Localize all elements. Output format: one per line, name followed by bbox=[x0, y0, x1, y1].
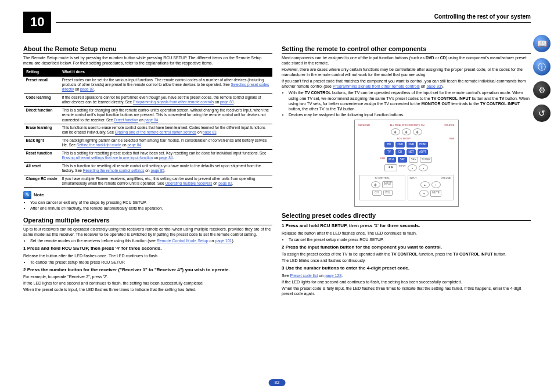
note-item: After one minute of inactivity, the remo… bbox=[30, 206, 272, 211]
lbl-usb: USB bbox=[380, 157, 385, 163]
cell-desc: The backlight lighting pattern can be se… bbox=[60, 136, 272, 149]
header-bar: 10 Controlling the rest of your system bbox=[23, 12, 531, 33]
table-row: Back lightThe backlight lighting pattern… bbox=[24, 136, 272, 149]
link-preset-code-list[interactable]: Preset code list bbox=[290, 274, 318, 278]
table-row: Erase learningThis function is used to e… bbox=[24, 124, 272, 137]
link-xref[interactable]: Direct function bbox=[114, 118, 138, 122]
remote-btn-cd: CD bbox=[395, 149, 405, 155]
lbl-receiver: RECEIVER bbox=[358, 124, 370, 127]
link-xref[interactable]: Resetting the remote control settings bbox=[83, 168, 145, 172]
step-2: 2 Press the number button for the receiv… bbox=[23, 267, 272, 273]
remote-btn-dvd: DVD bbox=[395, 142, 405, 148]
table-row: Change RC modeIf you have multiple Pione… bbox=[24, 175, 272, 188]
btn-input-dn: ▼ bbox=[419, 190, 429, 197]
page-number: 82 bbox=[269, 379, 286, 386]
s-p4: If the LED lights for one second and con… bbox=[282, 279, 531, 285]
table-row: Preset recallPreset codes can be set for… bbox=[24, 76, 272, 93]
btn-status: ● bbox=[408, 164, 417, 171]
step-2-body2: If the LED lights for one second and con… bbox=[23, 280, 272, 286]
side-icon-strip: 📖 ⓘ ⚙ ↺ bbox=[533, 35, 551, 122]
lbl-bdr: BDR bbox=[449, 137, 454, 140]
remote-btn-adpt: ADPT bbox=[418, 149, 428, 155]
cell-desc: If you have multiple Pioneer receivers, … bbox=[60, 175, 272, 188]
note-list: You can cancel or exit any of the steps … bbox=[23, 200, 272, 211]
link-page[interactable]: page 83 bbox=[220, 100, 234, 104]
note-item: You can cancel or exit any of the steps … bbox=[30, 200, 272, 205]
chapter-number: 10 bbox=[23, 12, 51, 33]
gear-icon[interactable]: ⚙ bbox=[533, 81, 551, 99]
table-row: All resetThis is a function for resettin… bbox=[24, 162, 272, 175]
link-page[interactable]: page 82 bbox=[80, 87, 94, 91]
remote-btn-bd: BD bbox=[384, 142, 394, 148]
info-icon[interactable]: ⓘ bbox=[533, 58, 551, 75]
btn-input-up: ▲ bbox=[420, 181, 430, 188]
settings-table: Setting What it does Preset recallPreset… bbox=[23, 68, 272, 188]
btn-ipod: iPod bbox=[387, 157, 396, 163]
cell-desc: If the desired operations cannot be perf… bbox=[60, 93, 272, 106]
refresh-icon[interactable]: ↺ bbox=[533, 105, 551, 122]
s-step1: 1 Press and hold RCU SETUP, then press '… bbox=[282, 223, 531, 229]
cell-desc: This is a setting for resetting preset c… bbox=[60, 149, 272, 162]
s-step2: 2 Press the input function button for th… bbox=[282, 244, 531, 250]
box-volume: INPUTVOLUME ▲+ ▼MUTE bbox=[408, 175, 454, 200]
link-xref[interactable]: Erasing one of the remote control button… bbox=[115, 130, 196, 134]
cell-setting: Back light bbox=[24, 136, 60, 149]
link-page[interactable]: page 82 bbox=[218, 181, 232, 185]
link-page[interactable]: page 84 bbox=[159, 156, 173, 160]
list-item: Set the remote modes on the receivers be… bbox=[30, 238, 272, 243]
link-page[interactable]: page 84 bbox=[145, 118, 159, 122]
column-left: About the Remote Setup menu The Remote S… bbox=[23, 40, 272, 298]
btn-vol: VOL bbox=[383, 190, 393, 196]
link-xref[interactable]: Setting the backlight mode bbox=[77, 143, 121, 147]
link-xref[interactable]: Programming signals from other remote co… bbox=[133, 100, 214, 104]
s-step3: 3 Use the number buttons to enter the 4-… bbox=[282, 265, 531, 271]
btn-srplus: SR+ bbox=[409, 157, 418, 163]
para-r2: However, there are cases where only cert… bbox=[282, 67, 531, 77]
link-page[interactable]: page 84 bbox=[127, 143, 141, 147]
remote-btn-dvr: DVR bbox=[406, 142, 416, 148]
lbl-source: SOURCE bbox=[444, 124, 454, 127]
remote-btn-hdmi: HDMI bbox=[418, 142, 428, 148]
remote-btn-net: NET bbox=[406, 149, 416, 155]
btn-remote-setup: ● bbox=[419, 164, 428, 171]
note-icon: ✎ bbox=[23, 191, 31, 199]
para-r1: Most components can be assigned to one o… bbox=[282, 55, 531, 66]
list-item: To cancel the preset setup mode press RC… bbox=[30, 260, 272, 265]
link-page-128[interactable]: page 128 bbox=[325, 274, 341, 278]
lbl-allzone: ALL ZONE STBY DISCRETE ON bbox=[390, 124, 425, 127]
multi-bullets: Set the remote modes on the receivers be… bbox=[23, 238, 272, 243]
heading-about: About the Remote Setup menu bbox=[23, 45, 272, 54]
link-page[interactable]: page 85 bbox=[150, 168, 164, 172]
link-programming-signals[interactable]: Programming signals from other remote co… bbox=[333, 84, 420, 88]
cell-setting: Erase learning bbox=[24, 124, 60, 137]
header-rule: Controlling the rest of your system bbox=[56, 22, 531, 23]
list-item: With the TV CONTROL buttons, the TV can … bbox=[289, 90, 531, 111]
cell-setting: Change RC mode bbox=[24, 175, 60, 188]
para-r3: If you can't find a preset code that mat… bbox=[282, 78, 531, 89]
column-right: Setting the remote to control other comp… bbox=[282, 40, 531, 298]
s-p3: See Preset code list on page 128. bbox=[282, 273, 531, 278]
th-setting: Setting bbox=[24, 69, 60, 76]
btn-power-receiver: ⏻ bbox=[391, 128, 400, 135]
cell-setting: All reset bbox=[24, 162, 60, 175]
cell-desc: This is a function for resetting all rem… bbox=[60, 162, 272, 175]
step-2-body3: When the preset code is input, the LED f… bbox=[23, 287, 272, 292]
step-1: 1 Press and hold RCU SETUP, then press '… bbox=[23, 246, 272, 251]
btn-input-select: ◀ ▶ bbox=[384, 164, 397, 171]
btn-ch: CH bbox=[372, 190, 382, 196]
link-rc-mode-setup[interactable]: Remote Control Mode Setup bbox=[157, 239, 208, 243]
content-columns: About the Remote Setup menu The Remote S… bbox=[23, 40, 531, 298]
book-icon[interactable]: 📖 bbox=[533, 35, 551, 52]
link-xref[interactable]: Erasing all learnt settings that are in … bbox=[62, 156, 153, 160]
step-1-body: Release the button after the LED flashes… bbox=[23, 253, 272, 258]
link-page[interactable]: page 83 bbox=[203, 130, 217, 134]
btn-vol-up: + bbox=[431, 181, 441, 188]
link-page-83[interactable]: page 83 bbox=[426, 84, 441, 88]
link-xref[interactable]: Operating multiple receivers bbox=[165, 181, 212, 185]
right-bullets: With the TV CONTROL buttons, the TV can … bbox=[282, 90, 531, 117]
table-row: Direct functionThis is a setting for cha… bbox=[24, 106, 272, 124]
table-row: Code learningIf the desired operations c… bbox=[24, 93, 272, 106]
step-2-body: For example, to operate "Receiver 2", pr… bbox=[23, 274, 272, 279]
note-header: ✎ Note bbox=[23, 191, 272, 199]
link-page-101[interactable]: page 101 bbox=[215, 239, 232, 243]
